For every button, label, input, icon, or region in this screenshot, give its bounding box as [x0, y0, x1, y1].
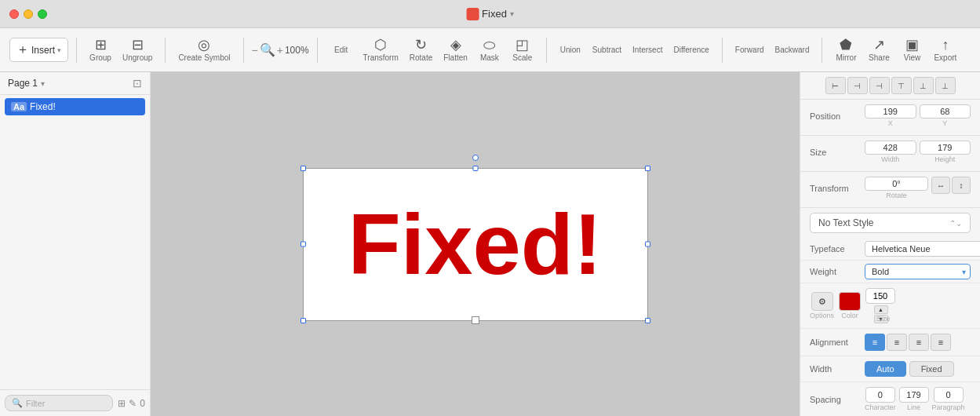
- zoom-out-button[interactable]: −: [252, 44, 258, 57]
- group-button[interactable]: ⊞ Group: [85, 35, 116, 65]
- zoom-in-button[interactable]: +: [277, 44, 283, 57]
- text-color-button[interactable]: [839, 292, 861, 311]
- align-center-h-button[interactable]: ⊣: [847, 77, 868, 94]
- subtract-button[interactable]: Subtract: [588, 42, 626, 57]
- sidebar-collapse-icon[interactable]: ⊡: [133, 77, 142, 89]
- export-button[interactable]: ↑ Export: [929, 35, 961, 65]
- scale-button[interactable]: ◰ Scale: [507, 35, 538, 65]
- text-style-dropdown[interactable]: No Text Style ⌃⌄: [810, 213, 971, 233]
- fullscreen-button[interactable]: [38, 9, 47, 19]
- size-increase-button[interactable]: ▲: [874, 305, 888, 314]
- resize-handle-br[interactable]: [645, 318, 650, 323]
- paragraph-spacing-field[interactable]: [934, 387, 964, 403]
- resize-handle-bl[interactable]: [301, 318, 306, 323]
- inspector-panel: ⊢ ⊣ ⊣ ⊤ ⊥ ⊥ Position X Y: [800, 72, 980, 416]
- export-label: Export: [934, 53, 956, 62]
- weight-select[interactable]: Bold Regular Light Medium Black: [865, 264, 971, 279]
- align-right-edges-button[interactable]: ⊣: [869, 77, 890, 94]
- resize-handle-tc[interactable]: [472, 166, 478, 171]
- character-spacing-field[interactable]: [865, 387, 895, 403]
- position-y-field[interactable]: [920, 104, 971, 119]
- flatten-button[interactable]: ◈ Flatten: [439, 35, 472, 65]
- text-align-left-button[interactable]: ≡: [865, 334, 885, 351]
- font-size-field[interactable]: [865, 288, 895, 304]
- transform-inputs: Rotate ↔ ↕: [865, 177, 971, 199]
- ungroup-button[interactable]: ⊟ Ungroup: [118, 35, 157, 65]
- difference-button[interactable]: Difference: [669, 42, 713, 57]
- resize-handle-tr[interactable]: [645, 166, 650, 171]
- resize-handle-mr[interactable]: [645, 242, 650, 247]
- align-bottom-edges-button[interactable]: ⊥: [935, 77, 956, 94]
- filter-search[interactable]: 🔍 Filter: [5, 395, 113, 411]
- sidebar-layer-item[interactable]: Aa Fixed!: [5, 98, 145, 115]
- rotate-handle[interactable]: [472, 155, 479, 161]
- filter-placeholder: Filter: [26, 399, 45, 408]
- toolbar-insert-group: ＋ Insert ▾: [6, 38, 71, 62]
- edit-button[interactable]: Edit: [326, 42, 357, 57]
- transform-button[interactable]: ⬡ Transform: [359, 35, 403, 65]
- canvas-area[interactable]: Fixed!: [151, 72, 800, 416]
- intersect-button[interactable]: Intersect: [628, 42, 667, 57]
- canvas-frame: Fixed!: [303, 168, 648, 321]
- insert-button[interactable]: ＋ Insert ▾: [9, 38, 68, 62]
- flip-horizontal-button[interactable]: ↔: [931, 177, 950, 194]
- size-height-field[interactable]: [920, 140, 971, 155]
- backward-label: Backward: [775, 46, 810, 54]
- add-layer-icon[interactable]: ⊞: [118, 398, 126, 409]
- resize-handle-bc[interactable]: [472, 318, 478, 323]
- edit-layer-icon[interactable]: ✎: [129, 398, 137, 409]
- width-fixed-button[interactable]: Fixed: [909, 361, 954, 377]
- union-button[interactable]: Union: [555, 42, 586, 57]
- difference-label: Difference: [673, 46, 709, 54]
- view-button[interactable]: ▣ View: [896, 35, 927, 65]
- resize-handle-ml[interactable]: [301, 242, 306, 247]
- rotate-button[interactable]: ↻ Rotate: [405, 35, 437, 65]
- page-selector[interactable]: Page 1 ▾: [8, 78, 45, 89]
- text-align-right-button[interactable]: ≡: [909, 334, 929, 351]
- align-center-v-button[interactable]: ⊥: [913, 77, 934, 94]
- minimize-button[interactable]: [24, 9, 33, 19]
- create-symbol-button[interactable]: ◎ Create Symbol: [173, 35, 235, 65]
- transform-icon: ⬡: [374, 38, 387, 52]
- line-spacing-field[interactable]: [899, 387, 929, 403]
- resize-handle-tl[interactable]: [301, 166, 306, 171]
- mask-button[interactable]: ⬭ Mask: [474, 35, 505, 65]
- forward-button[interactable]: Forward: [730, 42, 769, 57]
- rotate-wrap: Rotate: [865, 177, 928, 199]
- flatten-icon: ◈: [450, 38, 461, 52]
- toolbar-right-group: ⬟ Mirror ↗ Share ▣ View ↑ Export: [827, 35, 964, 65]
- mirror-button[interactable]: ⬟ Mirror: [830, 35, 862, 65]
- mirror-label: Mirror: [836, 53, 856, 62]
- typeface-field[interactable]: [865, 241, 980, 257]
- alignment-label: Alignment: [810, 338, 865, 347]
- mirror-icon: ⬟: [840, 38, 852, 52]
- options-button-wrap: ⚙ Options: [810, 292, 834, 319]
- position-x-field[interactable]: [865, 104, 916, 119]
- align-top-edges-button[interactable]: ⊤: [891, 77, 912, 94]
- layer-name: Fixed!: [30, 101, 56, 112]
- page-chevron-icon: ▾: [41, 79, 45, 88]
- share-button[interactable]: ↗ Share: [863, 35, 894, 65]
- text-align-justify-button[interactable]: ≡: [931, 334, 951, 351]
- union-label: Union: [560, 46, 581, 54]
- mask-label: Mask: [480, 53, 499, 62]
- width-buttons: Auto Fixed: [865, 361, 954, 377]
- size-h-wrap: Height: [920, 140, 971, 163]
- weight-select-wrapper: Bold Regular Light Medium Black ▾: [865, 264, 971, 279]
- sidebar: Page 1 ▾ ⊡ Aa Fixed! 🔍 Filter ⊞ ✎ 0: [0, 72, 151, 416]
- size-width-field[interactable]: [865, 140, 916, 155]
- mask-icon: ⬭: [483, 38, 495, 52]
- toolbar-boolean-group: Union Subtract Intersect Difference: [552, 42, 717, 57]
- backward-button[interactable]: Backward: [771, 42, 814, 57]
- width-auto-button[interactable]: Auto: [865, 361, 906, 377]
- options-button[interactable]: ⚙: [811, 292, 833, 311]
- width-row: Width Auto Fixed: [800, 356, 980, 382]
- text-layer-icon: Aa: [11, 102, 27, 111]
- text-align-center-button[interactable]: ≡: [887, 334, 907, 351]
- close-button[interactable]: [9, 9, 19, 19]
- size-section: Size Width Height: [800, 136, 980, 172]
- rotate-field[interactable]: [865, 177, 928, 191]
- group-icon: ⊞: [95, 38, 107, 52]
- align-left-edges-button[interactable]: ⊢: [825, 77, 846, 94]
- flip-vertical-button[interactable]: ↕: [952, 177, 971, 194]
